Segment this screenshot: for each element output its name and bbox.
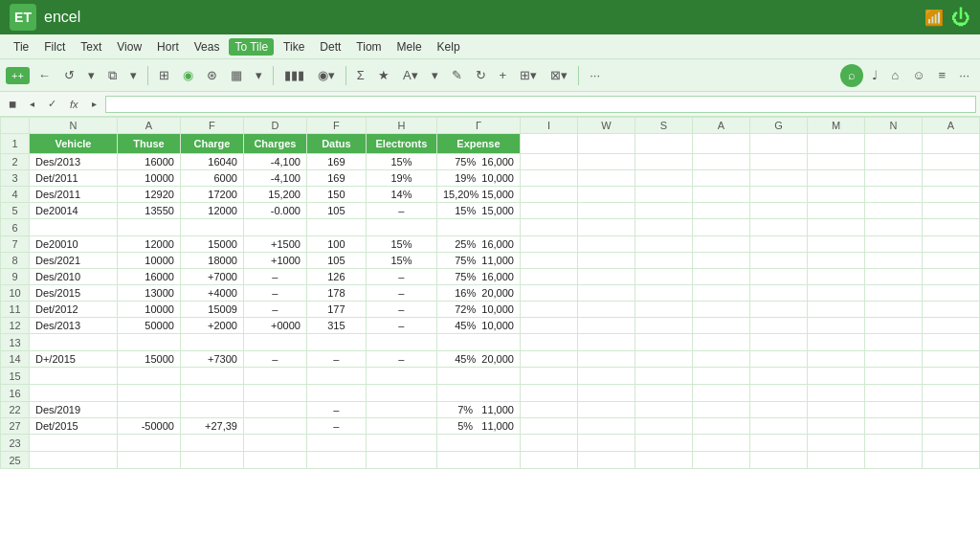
- table-row: 6: [1, 219, 980, 236]
- plus-button[interactable]: +: [495, 65, 512, 85]
- menu-dett[interactable]: Dett: [314, 38, 346, 56]
- col-header-gamma[interactable]: Γ: [436, 118, 520, 134]
- col-header-S[interactable]: S: [635, 118, 692, 134]
- col-header-W[interactable]: W: [577, 118, 635, 134]
- signal-icon[interactable]: 📶: [924, 9, 944, 27]
- table-button[interactable]: ⊞: [154, 65, 174, 85]
- col-header-A2[interactable]: A: [692, 118, 749, 134]
- col-header-F2[interactable]: F: [306, 118, 366, 134]
- col-header-A[interactable]: A: [117, 118, 180, 134]
- format-button[interactable]: A▾: [398, 65, 423, 85]
- cell-2-thuse[interactable]: 16000: [117, 154, 180, 170]
- undo-button[interactable]: ↺: [59, 65, 79, 85]
- col-header-F[interactable]: F: [180, 118, 243, 134]
- redo-dropdown[interactable]: ▾: [83, 65, 100, 85]
- col-header-G[interactable]: G: [749, 118, 807, 134]
- header-datus[interactable]: Datus: [306, 134, 366, 154]
- cell-1-16[interactable]: [922, 134, 979, 154]
- title-bar-controls: 📶 ⏻: [924, 7, 970, 29]
- col-header-M[interactable]: M: [807, 118, 864, 134]
- menu-kelp[interactable]: Kelp: [432, 38, 466, 56]
- col-header-N[interactable]: N: [30, 118, 118, 134]
- header-expense[interactable]: Expense: [436, 134, 520, 154]
- copy-button[interactable]: ⧉: [103, 65, 122, 86]
- search-button[interactable]: ⌕: [840, 64, 863, 87]
- col-header-A3[interactable]: A: [922, 118, 979, 134]
- col-prev2-button[interactable]: ◂: [25, 96, 39, 112]
- menu-to-tile[interactable]: To Tile: [229, 38, 274, 56]
- chart-dropdown[interactable]: ◉▾: [313, 65, 340, 85]
- fill-button[interactable]: ▦: [226, 65, 247, 85]
- star-button[interactable]: ★: [373, 65, 394, 85]
- table-row: 12 Des/2013 50000 +2000 +0000 315 – 45% …: [1, 318, 980, 334]
- header-electronts[interactable]: Electronts: [366, 134, 436, 154]
- menu-filct[interactable]: Filct: [38, 38, 71, 56]
- col-header-H[interactable]: H: [366, 118, 436, 134]
- row-header-3[interactable]: 3: [1, 170, 30, 187]
- menu-veas[interactable]: Veas: [189, 38, 226, 56]
- formula-check[interactable]: ✓: [43, 95, 61, 113]
- menu-tiom[interactable]: Tiom: [350, 38, 387, 56]
- col-prev-button[interactable]: ◼: [4, 96, 21, 112]
- row-header-5[interactable]: 5: [1, 203, 30, 219]
- chart-button[interactable]: ▮▮▮: [279, 65, 309, 85]
- add-button[interactable]: ++: [6, 67, 30, 84]
- cell-3-vehicle[interactable]: Det/2011: [30, 170, 118, 187]
- sheet-area[interactable]: N A F D F H Γ I W S A G M N A: [0, 117, 980, 560]
- more-button[interactable]: ···: [585, 65, 605, 85]
- app-icon: ET: [10, 4, 36, 31]
- menu-tike[interactable]: Tike: [278, 38, 310, 56]
- paint-button[interactable]: ◉: [178, 65, 198, 85]
- refresh-button[interactable]: ↻: [471, 65, 491, 85]
- col-next-button[interactable]: ▸: [87, 96, 101, 112]
- cell-1-11[interactable]: [635, 134, 692, 154]
- cell-2-datus[interactable]: 169: [306, 154, 366, 170]
- row-header-4[interactable]: 4: [1, 187, 30, 203]
- cell-2-vehicle[interactable]: Des/2013: [30, 154, 118, 170]
- cell-1-12[interactable]: [692, 134, 749, 154]
- col-header-I[interactable]: I: [520, 118, 577, 134]
- wifi-button[interactable]: ⊛: [202, 65, 222, 85]
- cell-1-10[interactable]: [577, 134, 635, 154]
- back-button[interactable]: ←: [33, 65, 56, 85]
- table-row: 3 Det/2011 10000 6000 -4,100 169 19% 19%…: [1, 170, 980, 187]
- col-header-D[interactable]: D: [243, 118, 306, 134]
- overflow-button[interactable]: ···: [954, 65, 974, 85]
- home-button[interactable]: ⌂: [886, 65, 903, 85]
- col-header-N2[interactable]: N: [864, 118, 922, 134]
- note-button[interactable]: ♩: [867, 65, 882, 85]
- link-button[interactable]: ⊠▾: [546, 65, 572, 85]
- fill-dropdown[interactable]: ▾: [251, 65, 267, 85]
- table-row: 14 D+/2015 15000 +7300 – – – 45% 20,000: [1, 351, 980, 368]
- row-header-1[interactable]: 1: [1, 134, 30, 154]
- cell-1-9[interactable]: [520, 134, 577, 154]
- formula-fx[interactable]: fx: [65, 96, 83, 113]
- formula-input[interactable]: [105, 96, 976, 113]
- grid2-button[interactable]: ⊞▾: [515, 65, 542, 85]
- cell-1-15[interactable]: [864, 134, 922, 154]
- menu-mele[interactable]: Mele: [391, 38, 428, 56]
- cell-2-electronts[interactable]: 15%: [366, 154, 436, 170]
- menu-tie[interactable]: Tie: [8, 38, 34, 56]
- cell-1-13[interactable]: [749, 134, 807, 154]
- row-header-2[interactable]: 2: [1, 154, 30, 170]
- menu-text[interactable]: Text: [75, 38, 107, 56]
- color-dropdown[interactable]: ▾: [427, 65, 443, 85]
- header-charges[interactable]: Charges: [243, 134, 306, 154]
- header-thuse[interactable]: Thuse: [117, 134, 180, 154]
- formula-button[interactable]: Σ: [352, 65, 369, 85]
- power-icon[interactable]: ⏻: [951, 7, 970, 29]
- cell-1-14[interactable]: [807, 134, 864, 154]
- menu-viow[interactable]: Viow: [111, 38, 147, 56]
- header-vehicle[interactable]: Vehicle: [30, 134, 118, 154]
- cell-2-charge[interactable]: 16040: [180, 154, 243, 170]
- menu-icon-button[interactable]: ≡: [934, 65, 951, 85]
- spreadsheet-table: N A F D F H Γ I W S A G M N A: [0, 117, 980, 469]
- header-charge[interactable]: Charge: [180, 134, 243, 154]
- cell-2-charges[interactable]: -4,100: [243, 154, 306, 170]
- copy-dropdown[interactable]: ▾: [125, 65, 142, 85]
- cell-2-expense[interactable]: 75% 16,000: [436, 154, 520, 170]
- menu-hort[interactable]: Hort: [151, 38, 185, 56]
- pen-button[interactable]: ✎: [447, 65, 467, 85]
- person-button[interactable]: ☺: [907, 65, 929, 85]
